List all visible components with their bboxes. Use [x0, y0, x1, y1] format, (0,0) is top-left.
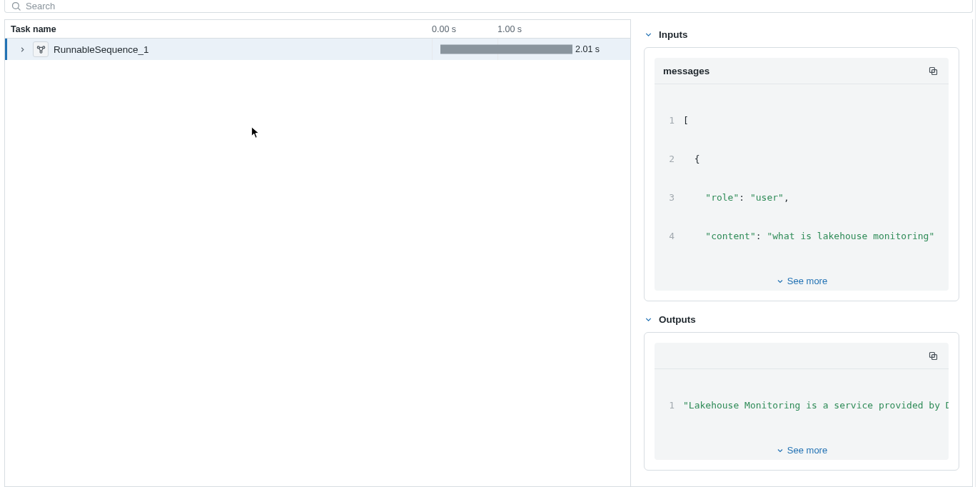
- task-name-label: RunnableSequence_1: [54, 44, 149, 55]
- chevron-right-icon: [19, 46, 26, 54]
- search-input[interactable]: [26, 1, 966, 11]
- timeline-header: 0.00 s 1.00 s: [432, 20, 630, 38]
- search-bar[interactable]: [4, 0, 973, 13]
- inputs-code-body: 1 [ 2 { 3 "role": "user",: [655, 84, 949, 271]
- timeline-cell: 2.01 s: [432, 39, 630, 60]
- code-line: 3 "role": "user",: [655, 191, 949, 204]
- chevron-down-icon: [776, 277, 784, 286]
- inputs-code-card: messages 1 [ 2 {: [655, 58, 949, 291]
- outputs-panel: 1 "Lakehouse Monitoring is a service pro…: [644, 332, 959, 471]
- chevron-down-icon: [644, 30, 653, 39]
- timeline-tick: 1.00 s: [497, 24, 522, 34]
- task-name-header: Task name: [5, 24, 432, 34]
- outputs-card-header: [655, 343, 949, 369]
- svg-line-1: [18, 8, 20, 10]
- see-more-button[interactable]: See more: [655, 271, 949, 291]
- code-line: 1 "Lakehouse Monitoring is a service pro…: [655, 399, 949, 412]
- trace-header-row: Task name 0.00 s 1.00 s: [5, 19, 630, 39]
- cursor-pointer-icon: [251, 126, 261, 139]
- chain-icon: [36, 44, 46, 55]
- code-line: 4 "content": "what is lakehouse monitori…: [655, 230, 949, 243]
- inputs-section-header[interactable]: Inputs: [644, 29, 959, 40]
- trace-left-pane: Task name 0.00 s 1.00 s: [5, 19, 631, 486]
- inputs-card-title: messages: [663, 66, 709, 76]
- outputs-section: Outputs 1 "Lakehouse Mo: [644, 314, 959, 471]
- code-line: 2 {: [655, 153, 949, 166]
- see-more-button[interactable]: See more: [655, 441, 949, 460]
- chevron-down-icon: [776, 446, 784, 455]
- outputs-section-header[interactable]: Outputs: [644, 314, 959, 325]
- inputs-panel: messages 1 [ 2 {: [644, 47, 959, 301]
- search-icon: [11, 1, 21, 11]
- outputs-code-body: 1 "Lakehouse Monitoring is a service pro…: [655, 369, 949, 441]
- svg-point-4: [40, 51, 42, 53]
- svg-line-5: [39, 48, 40, 51]
- inputs-card-header: messages: [655, 58, 949, 84]
- outputs-code-card: 1 "Lakehouse Monitoring is a service pro…: [655, 343, 949, 460]
- copy-button[interactable]: [926, 348, 940, 363]
- timeline-tick: 0.00 s: [432, 24, 456, 34]
- svg-point-0: [13, 3, 19, 9]
- scrollbar-rail[interactable]: [975, 0, 980, 487]
- details-right-pane: Inputs messages 1 [: [631, 19, 972, 486]
- chevron-down-icon: [644, 315, 653, 324]
- inputs-title: Inputs: [659, 29, 688, 40]
- copy-icon: [928, 351, 939, 361]
- task-row[interactable]: RunnableSequence_1 2.01 s: [5, 39, 630, 60]
- expand-toggle[interactable]: [16, 44, 28, 55]
- timeline-gridline: [432, 39, 433, 60]
- inputs-section: Inputs messages 1 [: [644, 29, 959, 301]
- svg-line-6: [41, 48, 43, 51]
- copy-icon: [928, 66, 939, 76]
- duration-label: 2.01 s: [575, 44, 600, 54]
- copy-button[interactable]: [926, 64, 940, 78]
- duration-bar: [440, 45, 572, 54]
- outputs-title: Outputs: [659, 314, 696, 325]
- task-type-icon: [33, 41, 49, 57]
- code-line: 1 [: [655, 114, 949, 127]
